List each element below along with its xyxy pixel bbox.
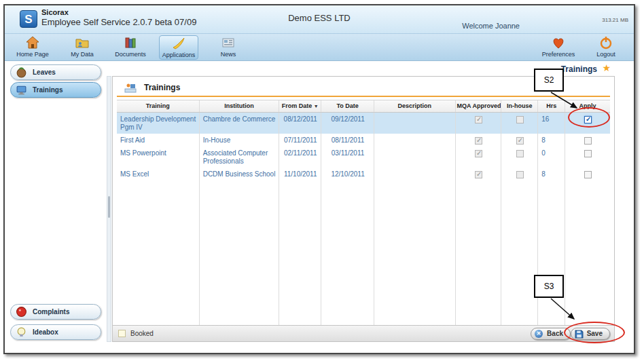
back-x-icon: ✕	[535, 330, 543, 338]
column-header-mqa-approved[interactable]: MQA Approved	[456, 100, 502, 112]
apply-checkbox[interactable]	[584, 116, 592, 123]
cell-training: Leadership Development Pgm IV	[117, 113, 200, 134]
table-row[interactable]: Leadership Development Pgm IV Chambre de…	[117, 113, 610, 134]
toolbar-home-page[interactable]: Home Page	[13, 35, 52, 60]
cell-in-house	[501, 147, 538, 168]
main-toolbar: Home Page My Data Documents Applications…	[5, 34, 634, 61]
booked-legend-swatch	[118, 330, 126, 337]
sidebar-item-trainings[interactable]: Trainings	[10, 82, 101, 98]
cell-training: First Aid	[117, 134, 200, 147]
star-icon[interactable]: ★	[602, 62, 611, 73]
column-header-from-date[interactable]: From Date ▼	[279, 100, 321, 112]
cell-from-date: 08/12/2011	[279, 113, 321, 134]
screenshot: S Sicorax Employee Self Service 2.0.7 be…	[0, 0, 644, 363]
column-header-training[interactable]: Training	[117, 100, 200, 112]
sidebar-item-label: Leaves	[33, 69, 56, 76]
mqa-approved-checkbox	[475, 137, 482, 145]
table-row[interactable]: MS Powerpoint Associated Computer Profes…	[117, 147, 610, 168]
cell-institution: Chambre de Commerce	[200, 113, 280, 134]
column-header-to-date[interactable]: To Date	[321, 100, 374, 112]
column-header-description[interactable]: Description	[374, 100, 456, 112]
company-name: Demo ESS LTD	[5, 13, 634, 23]
cell-apply	[565, 134, 610, 147]
cell-apply	[565, 147, 610, 168]
sidebar-item-complaints[interactable]: Complaints	[10, 304, 101, 320]
cell-mqa-approved	[456, 147, 502, 168]
mqa-approved-checkbox	[475, 116, 482, 123]
toolbar-label: Logout	[586, 51, 626, 58]
sidebar-item-label: Trainings	[33, 86, 62, 94]
app-header: S Sicorax Employee Self Service 2.0.7 be…	[5, 5, 634, 34]
complaints-icon	[16, 306, 27, 318]
power-icon	[586, 35, 626, 50]
welcome-text: Welcome Joanne	[462, 22, 520, 30]
cell-description	[374, 113, 456, 134]
cell-institution: In-House	[200, 134, 280, 147]
toolbar-news[interactable]: News	[209, 35, 248, 60]
toolbar-my-data[interactable]: My Data	[62, 35, 102, 60]
toolbar-label: News	[209, 51, 248, 58]
scrollbar-thumb[interactable]	[108, 196, 110, 218]
apply-checkbox[interactable]	[584, 137, 592, 145]
cell-mqa-approved	[456, 113, 502, 134]
app-window: S Sicorax Employee Self Service 2.0.7 be…	[3, 4, 635, 354]
cell-hrs: 8	[538, 168, 565, 180]
panel-footer: Booked ✕ Back Save	[113, 325, 614, 341]
cell-description	[374, 134, 456, 147]
save-button[interactable]: Save	[571, 328, 610, 340]
page-title: Trainings	[561, 64, 597, 74]
documents-books-icon	[111, 35, 150, 50]
memory-indicator: 313.21 MB	[602, 17, 628, 23]
cell-hrs: 0	[538, 147, 565, 168]
cell-to-date: 03/11/2011	[321, 147, 374, 168]
toolbar-applications[interactable]: Applications	[159, 35, 198, 60]
cell-apply	[565, 168, 610, 180]
table-row[interactable]: First Aid In-House 07/11/2011 08/11/2011…	[117, 134, 610, 147]
sort-desc-icon: ▼	[314, 104, 319, 109]
sidebar: Leaves Trainings Complaints Ideabox	[5, 61, 108, 353]
apply-checkbox[interactable]	[584, 150, 592, 157]
content-scrollbar[interactable]	[107, 76, 111, 342]
cell-institution: Associated Computer Professionals	[200, 147, 280, 168]
column-header-apply[interactable]: Apply	[565, 100, 610, 112]
cell-mqa-approved	[456, 168, 502, 180]
applications-icon	[160, 36, 198, 51]
toolbar-label: Home Page	[13, 51, 52, 58]
toolbar-documents[interactable]: Documents	[111, 35, 150, 60]
toolbar-preferences[interactable]: Preferences	[539, 35, 578, 60]
back-button[interactable]: ✕ Back	[531, 328, 571, 340]
trainings-icon	[16, 84, 27, 96]
cell-training: MS Powerpoint	[117, 147, 200, 168]
column-header-in-house[interactable]: In-house	[501, 100, 538, 112]
apply-checkbox[interactable]	[584, 171, 592, 178]
toolbar-label: Applications	[160, 52, 198, 58]
trainings-panel: Trainings Training Institution From Date…	[112, 76, 615, 342]
cell-hrs: 16	[538, 113, 565, 134]
back-button-label: Back	[547, 330, 563, 337]
column-header-hrs[interactable]: Hrs	[538, 100, 565, 112]
trainings-panel-icon	[124, 81, 137, 97]
cell-description	[374, 147, 456, 168]
toolbar-logout[interactable]: Logout	[586, 35, 626, 60]
save-button-label: Save	[587, 330, 603, 337]
leaves-icon	[16, 66, 27, 78]
column-header-institution[interactable]: Institution	[200, 100, 280, 112]
in-house-checkbox	[516, 137, 524, 145]
heart-icon	[539, 35, 578, 50]
sidebar-item-leaves[interactable]: Leaves	[10, 64, 101, 80]
toolbar-label: My Data	[62, 51, 102, 58]
sidebar-item-ideabox[interactable]: Ideabox	[10, 324, 101, 340]
sidebar-item-label: Complaints	[33, 308, 69, 316]
mqa-approved-checkbox	[475, 150, 482, 157]
home-icon	[13, 35, 52, 50]
trainings-table: Training Institution From Date ▼ To Date…	[117, 100, 610, 325]
cell-from-date: 11/10/2011	[279, 168, 321, 180]
cell-mqa-approved	[456, 134, 502, 147]
table-row[interactable]: MS Excel DCDM Business School 11/10/2011…	[117, 168, 610, 180]
cell-in-house	[501, 168, 538, 180]
booked-legend-label: Booked	[130, 330, 154, 337]
cell-description	[374, 168, 456, 180]
panel-title: Trainings	[144, 83, 180, 92]
cell-from-date: 07/11/2011	[279, 134, 321, 147]
cell-from-date: 02/11/2011	[279, 147, 321, 168]
